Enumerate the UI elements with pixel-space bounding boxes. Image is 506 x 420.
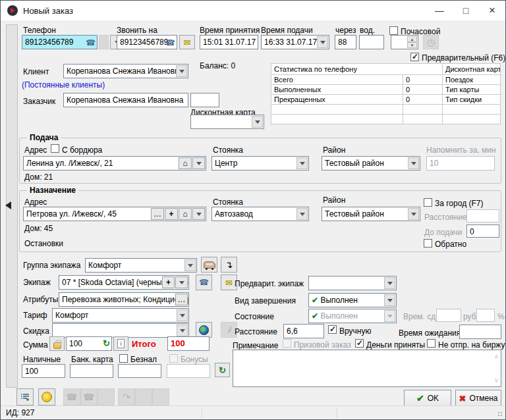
regular-clients-link[interactable]: (Постоянные клиенты): [22, 80, 105, 90]
chevron-down-icon[interactable]: [252, 116, 263, 128]
discount-card-combo[interactable]: [190, 115, 264, 129]
accept-time-input[interactable]: 15:01 31.07.17: [200, 35, 258, 49]
cash-input[interactable]: 100: [22, 364, 65, 378]
collapse-left-icon[interactable]: [5, 201, 11, 209]
call-to-input[interactable]: 89123456789 ☎: [117, 35, 177, 49]
close-button[interactable]: ×: [479, 1, 505, 20]
completion-combo[interactable]: ✔ Выполнен: [308, 293, 397, 307]
dest-distance-input[interactable]: [466, 209, 499, 223]
shift-input[interactable]: [436, 309, 461, 322]
resize-grip[interactable]: [498, 412, 503, 417]
crew-combo[interactable]: 07 * [Skoda Octavia] (черный) с805 +: [59, 275, 189, 290]
pickup-house-button[interactable]: ⌂: [179, 157, 192, 169]
driver-input[interactable]: [359, 35, 384, 49]
tariff-combo[interactable]: Комфорт: [52, 308, 189, 323]
cashless-checkbox[interactable]: [119, 354, 128, 363]
toolbar-blank-button-2[interactable]: [135, 388, 152, 406]
wait-time-input[interactable]: [459, 325, 501, 339]
crew-group-combo[interactable]: Комфорт: [85, 258, 197, 273]
card-input[interactable]: [70, 364, 113, 378]
phone-call-icon[interactable]: ☎: [165, 38, 175, 48]
state-combo[interactable]: ✔ Выполнен: [308, 309, 397, 323]
maximize-button[interactable]: □: [453, 1, 479, 20]
manual-checkbox[interactable]: [328, 325, 337, 334]
zones-map-button[interactable]: [196, 322, 212, 338]
sum-info-button[interactable]: i: [113, 336, 128, 351]
submit-time-combo[interactable]: 16:33 31.07.17: [261, 35, 329, 49]
chevron-down-icon[interactable]: [177, 309, 188, 321]
chevron-down-icon[interactable]: [408, 157, 419, 169]
send-sms-button[interactable]: ✉: [179, 35, 195, 49]
cashless-input[interactable]: [118, 364, 161, 378]
crew-add-button[interactable]: +: [162, 276, 175, 288]
rub-input[interactable]: [476, 309, 495, 322]
customer-extra-input[interactable]: [190, 93, 219, 107]
chevron-down-icon[interactable]: [296, 208, 308, 220]
pre-crew-combo[interactable]: [308, 276, 397, 290]
crew-map-button[interactable]: [201, 257, 217, 273]
phone-extra-button[interactable]: [99, 35, 109, 49]
attributes-input[interactable]: Перевозка животных; Кондиционер …: [59, 292, 189, 307]
chevron-down-icon[interactable]: [177, 325, 188, 336]
distance-input[interactable]: 6,6: [283, 324, 324, 338]
sum-lock-button[interactable]: [49, 336, 65, 351]
phone-call-icon[interactable]: ☎: [86, 38, 96, 48]
money-accepted-checkbox[interactable]: [355, 339, 364, 348]
minimize-button[interactable]: —: [426, 1, 453, 20]
client-combo[interactable]: Корепанова Снежана Ивановна: [63, 64, 188, 78]
chevron-down-icon[interactable]: [176, 65, 187, 77]
pickup-address-input[interactable]: Ленина ул. /Ижевск/, 21 ⌂: [23, 156, 206, 171]
pickup-address-dropdown-button[interactable]: [192, 157, 205, 169]
hourly-spinner[interactable]: ▲ ▼: [391, 35, 418, 49]
dest-address-dropdown-button[interactable]: [192, 208, 205, 220]
toolbar-blank-button-3[interactable]: [152, 388, 169, 406]
chevron-down-icon[interactable]: [384, 294, 395, 306]
customer-input[interactable]: Корепанова Снежана Ивановна: [63, 93, 188, 107]
chevron-down-icon[interactable]: [384, 277, 395, 289]
pickup-stand-combo[interactable]: Центр: [211, 156, 309, 171]
out-of-town-checkbox[interactable]: [424, 198, 432, 207]
scroll-up-icon[interactable]: ∧: [494, 353, 499, 360]
before-pickup-input[interactable]: 0: [466, 224, 499, 238]
toolbar-blank-button-1[interactable]: [98, 388, 115, 406]
curb-checkbox[interactable]: [51, 144, 59, 153]
chevron-down-icon[interactable]: [296, 157, 308, 169]
order-details-button[interactable]: [16, 388, 34, 406]
chevron-down-icon[interactable]: [317, 36, 328, 48]
spin-down-icon[interactable]: ▼: [407, 42, 417, 48]
payments-refresh-button[interactable]: ↻: [215, 363, 230, 377]
remind-input[interactable]: 10: [426, 156, 495, 171]
crew-dropdown-button[interactable]: [175, 276, 188, 288]
spinner-buttons[interactable]: ▲ ▼: [407, 36, 417, 48]
dest-district-combo[interactable]: Тестовый район: [322, 207, 420, 221]
dest-stand-combo[interactable]: Автозавод: [211, 207, 309, 221]
bonus-input[interactable]: [167, 364, 210, 378]
sum-input[interactable]: 100 ↻: [66, 336, 112, 351]
payment-coin-button[interactable]: [38, 388, 55, 406]
prize-checkbox[interactable]: [283, 339, 291, 348]
no-exchange-checkbox[interactable]: [427, 339, 436, 348]
cancel-button[interactable]: ✖ Отмена: [455, 390, 501, 407]
dest-house-button[interactable]: ⌂: [179, 208, 192, 220]
ok-button[interactable]: ✔ OK: [404, 390, 451, 407]
after-minutes-input[interactable]: 88: [335, 35, 356, 49]
chevron-down-icon[interactable]: [408, 208, 419, 220]
dest-add-button[interactable]: +: [165, 208, 178, 220]
recalc-icon[interactable]: ↻: [103, 338, 110, 349]
spin-up-icon[interactable]: ▲: [407, 36, 417, 42]
scroll-down-icon[interactable]: ∨: [494, 377, 499, 384]
dest-more-button[interactable]: …: [151, 208, 164, 220]
pickup-district-combo[interactable]: Тестовый район: [322, 156, 420, 171]
preliminary-checkbox[interactable]: [410, 53, 419, 61]
chevron-down-icon[interactable]: [184, 259, 196, 271]
hourly-checkbox[interactable]: [389, 26, 398, 35]
phone-input[interactable]: 89123456789 ☎: [22, 35, 98, 49]
transfer-order-button[interactable]: ↴: [221, 257, 237, 273]
return-checkbox[interactable]: [424, 239, 432, 248]
attributes-more-button[interactable]: …: [175, 294, 188, 305]
discount-combo[interactable]: [52, 323, 189, 338]
alarm-button[interactable]: ◷: [423, 35, 439, 49]
note-textarea[interactable]: ∧ ∨: [233, 350, 501, 387]
dest-address-input[interactable]: Петрова ул. /Ижевск/, 45 … + ⌂: [23, 207, 206, 221]
hangup-button[interactable]: ☎: [63, 388, 80, 406]
